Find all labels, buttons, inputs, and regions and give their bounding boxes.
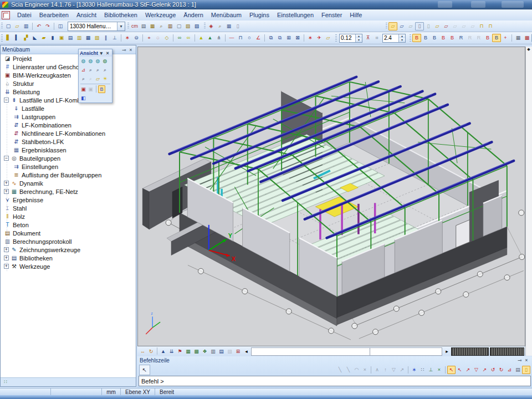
result-label-icon[interactable]: R bbox=[457, 34, 466, 42]
tree-item-calculation-fe-mesh[interactable]: +▦Berechnung, FE-Netz bbox=[1, 187, 136, 196]
folder-add-icon[interactable]: ▱ bbox=[324, 34, 332, 42]
horizontal-scrollbar[interactable] bbox=[251, 347, 442, 356]
calculator-icon[interactable]: ▢ bbox=[175, 22, 183, 30]
tree-item-load-cases-combinations[interactable]: −⇟Lastfälle und LF-Kombinationen bbox=[1, 96, 136, 104]
beam-label-icon[interactable]: B bbox=[412, 34, 421, 42]
result-label-off2-icon[interactable]: R bbox=[474, 34, 483, 42]
node-label-icon[interactable]: B bbox=[421, 34, 430, 42]
pin-icon[interactable]: ⊸ bbox=[121, 47, 127, 53]
snap-dir-icon[interactable]: ↗ bbox=[398, 366, 406, 374]
tree-item-steel[interactable]: ⌶Stahl bbox=[1, 204, 136, 212]
point-icon[interactable]: ∗ bbox=[123, 34, 132, 42]
folder-save-icon[interactable]: ▱ bbox=[397, 22, 406, 30]
chevron-down-icon[interactable]: ▾ bbox=[98, 50, 104, 56]
tree-item-tools[interactable]: +⚒Werkzeuge bbox=[1, 262, 136, 270]
tree-item-load-cases[interactable]: ⇓Lastfälle bbox=[1, 104, 136, 112]
plate-icon[interactable]: ▰ bbox=[39, 34, 48, 42]
wall-icon[interactable]: ▮ bbox=[48, 34, 57, 42]
menu-plugins[interactable]: Plugins bbox=[245, 11, 273, 19]
snap-line-icon[interactable]: ╲ bbox=[336, 366, 344, 374]
undo-icon[interactable]: ↶ bbox=[34, 22, 43, 30]
load-scale-spinner[interactable]: 0.12 ▴▾ bbox=[339, 34, 362, 43]
pan-icon[interactable]: ↔ bbox=[139, 347, 147, 355]
link-icon[interactable]: ∞ bbox=[175, 34, 184, 42]
clipboard-view-icon[interactable]: B bbox=[98, 85, 105, 93]
command-input[interactable]: Befehl > bbox=[139, 376, 531, 386]
axes-toggle-icon[interactable]: ▲ bbox=[159, 347, 167, 355]
pane-icon[interactable]: ▯ bbox=[415, 22, 424, 30]
grid-toggle-icon[interactable]: ⊞ bbox=[234, 347, 242, 355]
ghost-icon[interactable]: ▧ bbox=[226, 347, 234, 355]
tag-icon[interactable]: ◈ bbox=[207, 22, 216, 30]
spin-down-icon[interactable]: ▾ bbox=[399, 38, 405, 42]
render-display-icon[interactable]: ▩ bbox=[192, 347, 201, 355]
tree-item-dynamics[interactable]: +∿Dynamik bbox=[1, 179, 136, 187]
snap-table-icon[interactable]: ▤ bbox=[514, 366, 522, 374]
scroll-left-icon[interactable]: ◂ bbox=[242, 347, 250, 355]
spin-up-icon[interactable]: ▴ bbox=[356, 34, 362, 38]
mass-icon[interactable]: ⊖ bbox=[132, 34, 141, 42]
view-cube-icon[interactable]: ◧ bbox=[80, 94, 87, 102]
section-label-icon[interactable]: B bbox=[439, 34, 448, 42]
raise-icon[interactable]: ▲ bbox=[197, 34, 206, 42]
clamp-icon[interactable]: ⊓ bbox=[477, 22, 486, 30]
view-side-icon[interactable]: ◍ bbox=[94, 57, 101, 65]
tree-item-member-groups[interactable]: −◎Bauteilgruppen bbox=[1, 154, 136, 162]
ansicht-palette-header[interactable]: Ansicht ▾ × bbox=[79, 49, 112, 57]
snap-node-icon[interactable]: ∧ bbox=[373, 366, 381, 374]
collapse-icon[interactable]: − bbox=[4, 98, 9, 103]
view-axo-icon[interactable]: ◍ bbox=[101, 57, 109, 65]
load-panel-icon[interactable]: ▦ bbox=[84, 34, 93, 42]
tree-item-settings[interactable]: ⇉Einstellungen bbox=[1, 162, 136, 171]
viewport-vertical-scrollbar[interactable]: ◆ bbox=[525, 47, 532, 356]
tree-item-result-classes[interactable]: ▦Ergebnisklassen bbox=[1, 146, 136, 154]
pane-alt-icon[interactable]: ▯ bbox=[424, 22, 433, 30]
ortho-icon[interactable]: ⊥ bbox=[427, 366, 435, 374]
folder-b-icon[interactable]: ▱ bbox=[459, 22, 468, 30]
scroll-right-icon[interactable]: ▸ bbox=[443, 347, 451, 355]
orbit-icon[interactable]: ↻ bbox=[147, 347, 155, 355]
book-icon[interactable]: ▥ bbox=[166, 22, 175, 30]
tree-item-calculation-report[interactable]: ▥Berechnungsprotokoll bbox=[1, 237, 136, 245]
hinge-icon[interactable]: ∥ bbox=[101, 34, 110, 42]
zoom-document-icon[interactable]: ⌕ bbox=[216, 22, 224, 30]
viewport-3d[interactable]: YXz bbox=[137, 47, 525, 346]
dot-grid-snap-icon[interactable]: ∷ bbox=[418, 366, 427, 374]
status-plane[interactable]: Ebene XY bbox=[121, 388, 155, 395]
zoom-window-icon[interactable]: ⌕ bbox=[101, 66, 109, 74]
catalog-block-icon[interactable]: ▧ bbox=[93, 34, 101, 42]
menu-werkzeuge[interactable]: Werkzeuge bbox=[141, 11, 180, 19]
chevron-down-icon[interactable]: ▾ bbox=[117, 22, 125, 30]
report-icon[interactable]: ▨ bbox=[192, 22, 201, 30]
cross-section-icon[interactable]: ▞ bbox=[22, 34, 30, 42]
ruler-icon[interactable]: ⌗ bbox=[372, 34, 381, 42]
light-icon[interactable]: ☀ bbox=[101, 75, 109, 83]
zoom-in-icon[interactable]: ⌕ bbox=[87, 66, 94, 74]
menu--ndern[interactable]: Ändern bbox=[180, 11, 207, 19]
expand-icon[interactable]: + bbox=[4, 181, 9, 186]
folder-sync-icon[interactable]: ▱ bbox=[406, 22, 415, 30]
project-combobox[interactable]: 13030 Hallenumbau ▾ bbox=[68, 22, 125, 31]
snap-arc-icon[interactable]: ◠ bbox=[352, 366, 361, 374]
display-scale-spinner[interactable]: 2.4 ▴▾ bbox=[382, 34, 406, 43]
pin-icon[interactable]: ⊸ bbox=[516, 357, 523, 363]
volume-icon[interactable]: ▥ bbox=[209, 347, 217, 355]
view-direction-icon[interactable]: ⊿ bbox=[80, 66, 87, 74]
branch-icon[interactable]: ⋔ bbox=[214, 34, 223, 42]
snap-intersection-icon[interactable]: ↗ bbox=[464, 366, 472, 374]
expand-icon[interactable]: + bbox=[4, 247, 9, 252]
zoom-previous-icon[interactable]: ⌕ bbox=[87, 75, 94, 83]
load-label-icon[interactable]: B bbox=[483, 34, 492, 42]
shrink-icon[interactable]: ❖ bbox=[201, 347, 209, 355]
select-icon[interactable]: ⌖ bbox=[145, 34, 154, 42]
circle-tool-icon[interactable]: ○ bbox=[245, 34, 254, 42]
lower-icon[interactable]: ▲ bbox=[206, 34, 214, 42]
polyline-tool-icon[interactable]: ⊓ bbox=[236, 34, 245, 42]
save-project-icon[interactable]: ▥ bbox=[22, 22, 30, 30]
snap-line2-icon[interactable]: ╲ bbox=[344, 366, 352, 374]
tree-item-project[interactable]: ◪Projekt bbox=[1, 54, 136, 63]
document-menu-icon[interactable] bbox=[2, 11, 10, 19]
haunch-icon[interactable]: ◣ bbox=[30, 34, 39, 42]
filter-icon[interactable]: ◇ bbox=[162, 34, 171, 42]
parameter-icon[interactable]: ▤ bbox=[217, 347, 226, 355]
